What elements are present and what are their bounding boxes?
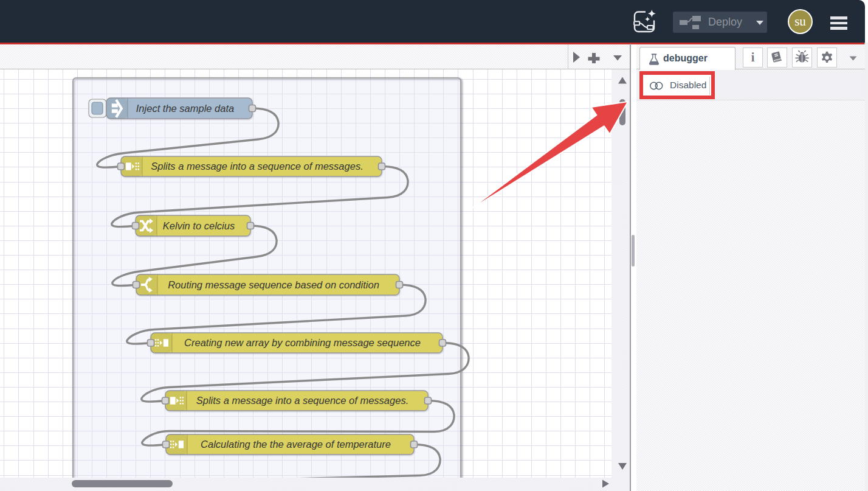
svg-text:i: i: [751, 50, 755, 64]
svg-text:Splits a message into a sequen: Splits a message into a sequence of mess…: [151, 161, 363, 172]
svg-text:Splits a message into a sequen: Splits a message into a sequence of mess…: [196, 395, 408, 406]
svg-text:Kelvin to celcius: Kelvin to celcius: [163, 220, 235, 231]
svg-text:Routing message sequence based: Routing message sequence based on condit…: [168, 279, 379, 290]
svg-text:Creating new array by combinin: Creating new array by combining message …: [184, 337, 421, 348]
svg-text:Inject the sample data: Inject the sample data: [136, 103, 234, 114]
svg-text:Calculating the the average of: Calculating the the average of temperatu…: [201, 439, 391, 450]
